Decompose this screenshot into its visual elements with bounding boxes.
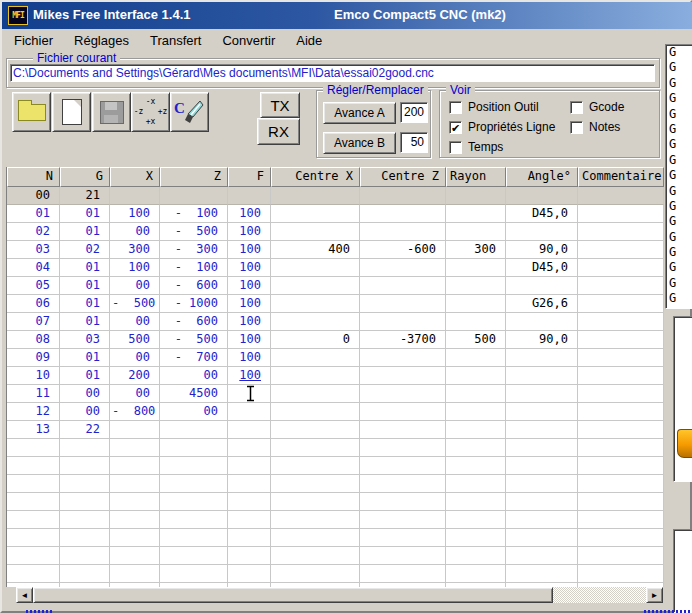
table-cell[interactable]: [578, 241, 664, 259]
table-cell[interactable]: 09: [7, 349, 60, 367]
table-cell[interactable]: [271, 205, 360, 223]
table-cell[interactable]: [160, 475, 228, 493]
table-cell[interactable]: 00: [160, 367, 228, 385]
table-cell[interactable]: 500: [110, 331, 160, 349]
table-cell[interactable]: [271, 457, 360, 475]
table-cell[interactable]: 10: [7, 367, 60, 385]
clear-button[interactable]: C: [170, 92, 209, 132]
table-cell[interactable]: - 100: [160, 205, 228, 223]
table-cell[interactable]: [360, 349, 446, 367]
table-cell[interactable]: [7, 439, 60, 457]
table-cell[interactable]: [506, 385, 578, 403]
table-cell[interactable]: [578, 331, 664, 349]
table-cell[interactable]: [578, 349, 664, 367]
table-cell[interactable]: 100: [228, 205, 271, 223]
table-cell[interactable]: 01: [60, 313, 110, 331]
table-cell[interactable]: [271, 511, 360, 529]
table-cell[interactable]: 4500: [160, 385, 228, 403]
table-cell[interactable]: [271, 259, 360, 277]
table-cell[interactable]: [110, 421, 160, 439]
table-cell[interactable]: [578, 457, 664, 475]
axes-button[interactable]: -x-z +z+x: [131, 92, 170, 132]
table-cell[interactable]: [506, 529, 578, 547]
table-cell[interactable]: 08: [7, 331, 60, 349]
checkbox-gcode[interactable]: [570, 101, 583, 114]
column-header-f[interactable]: F: [228, 167, 271, 187]
gcode-line[interactable]: G: [666, 60, 692, 75]
table-cell[interactable]: [578, 475, 664, 493]
table-cell[interactable]: [506, 277, 578, 295]
checkbox-notes[interactable]: [570, 121, 583, 134]
gcode-line[interactable]: G: [666, 107, 692, 122]
table-cell[interactable]: [228, 457, 271, 475]
table-cell[interactable]: [446, 565, 506, 583]
table-cell[interactable]: 400: [271, 241, 360, 259]
table-cell[interactable]: [60, 529, 110, 547]
table-cell[interactable]: 03: [7, 241, 60, 259]
table-cell[interactable]: [110, 565, 160, 583]
table-cell[interactable]: [7, 547, 60, 565]
table-cell[interactable]: [578, 511, 664, 529]
table-cell[interactable]: [446, 295, 506, 313]
table-cell[interactable]: 01: [7, 205, 60, 223]
table-cell[interactable]: 05: [7, 277, 60, 295]
table-cell[interactable]: [110, 475, 160, 493]
table-cell[interactable]: 500: [446, 331, 506, 349]
tx-button[interactable]: TX: [260, 92, 300, 118]
table-cell[interactable]: [228, 187, 271, 205]
table-cell[interactable]: [271, 529, 360, 547]
table-cell[interactable]: [578, 547, 664, 565]
gcode-line[interactable]: G: [666, 45, 692, 60]
avance-a-field[interactable]: 200: [400, 102, 428, 123]
table-cell[interactable]: 22: [60, 421, 110, 439]
table-cell[interactable]: 11: [7, 385, 60, 403]
table-cell[interactable]: [271, 565, 360, 583]
table-cell[interactable]: [228, 403, 271, 421]
table-cell[interactable]: [446, 529, 506, 547]
table-cell[interactable]: D45,0: [506, 259, 578, 277]
table-cell[interactable]: [446, 277, 506, 295]
table-cell[interactable]: 01: [60, 205, 110, 223]
table-cell[interactable]: [360, 547, 446, 565]
table-cell[interactable]: [506, 349, 578, 367]
table-cell[interactable]: [360, 277, 446, 295]
column-header-rayon[interactable]: Rayon: [446, 167, 506, 187]
table-cell[interactable]: -600: [360, 241, 446, 259]
menu-item-fichier[interactable]: Fichier: [4, 31, 64, 50]
table-cell[interactable]: - 300: [160, 241, 228, 259]
table-cell[interactable]: [446, 367, 506, 385]
table-cell[interactable]: [360, 457, 446, 475]
scrollbar-track[interactable]: [553, 587, 646, 603]
table-cell[interactable]: [271, 313, 360, 331]
scroll-left-arrow[interactable]: ◄: [16, 587, 33, 603]
table-cell[interactable]: [506, 475, 578, 493]
table-cell[interactable]: [506, 457, 578, 475]
gcode-line[interactable]: G: [666, 91, 692, 106]
table-cell[interactable]: [446, 457, 506, 475]
column-header-commentaire[interactable]: Commentaire: [578, 167, 664, 187]
gcode-line[interactable]: G: [666, 184, 692, 199]
gcode-line[interactable]: G: [666, 214, 692, 229]
table-cell[interactable]: [446, 259, 506, 277]
table-cell[interactable]: - 600: [160, 277, 228, 295]
table-cell[interactable]: - 600: [160, 313, 228, 331]
table-cell[interactable]: [578, 421, 664, 439]
gcode-line[interactable]: G: [666, 230, 692, 245]
table-cell[interactable]: [7, 457, 60, 475]
table-cell[interactable]: [360, 385, 446, 403]
table-cell[interactable]: 00: [110, 349, 160, 367]
table-cell[interactable]: 02: [60, 241, 110, 259]
table-cell[interactable]: [578, 367, 664, 385]
table-cell[interactable]: [578, 439, 664, 457]
table-cell[interactable]: [360, 493, 446, 511]
table-cell[interactable]: [578, 313, 664, 331]
table-cell[interactable]: [271, 439, 360, 457]
avance-a-button[interactable]: Avance A: [323, 102, 396, 124]
table-cell[interactable]: [506, 493, 578, 511]
table-cell[interactable]: [271, 475, 360, 493]
table-cell[interactable]: [446, 205, 506, 223]
table-cell[interactable]: 00: [60, 403, 110, 421]
open-file-button[interactable]: [12, 92, 51, 132]
table-cell[interactable]: 100: [228, 349, 271, 367]
table-cell[interactable]: [271, 349, 360, 367]
